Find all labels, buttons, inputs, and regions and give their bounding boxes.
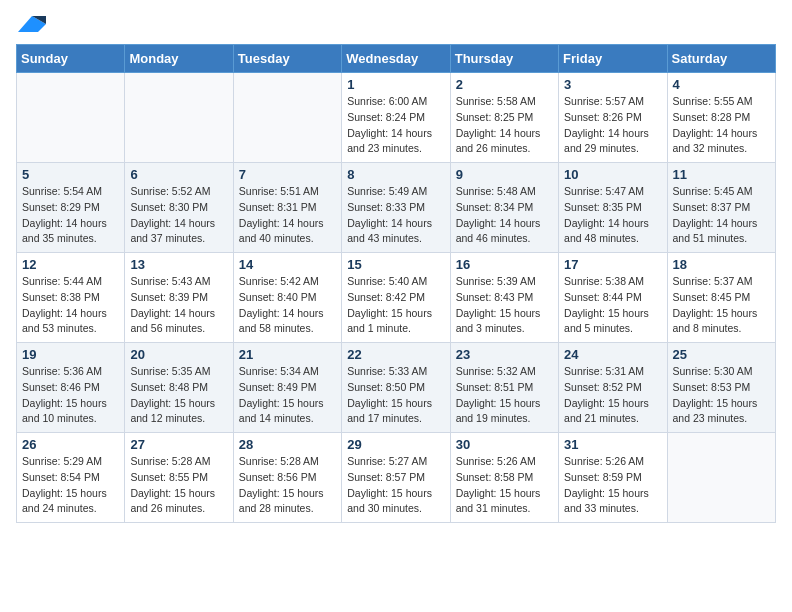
calendar-cell: 31Sunrise: 5:26 AMSunset: 8:59 PMDayligh… xyxy=(559,433,667,523)
day-number: 18 xyxy=(673,257,770,272)
day-info: Sunrise: 5:49 AMSunset: 8:33 PMDaylight:… xyxy=(347,184,444,247)
day-of-week-header: Sunday xyxy=(17,45,125,73)
day-number: 12 xyxy=(22,257,119,272)
day-info: Sunrise: 5:35 AMSunset: 8:48 PMDaylight:… xyxy=(130,364,227,427)
day-info: Sunrise: 5:48 AMSunset: 8:34 PMDaylight:… xyxy=(456,184,553,247)
day-number: 13 xyxy=(130,257,227,272)
day-number: 9 xyxy=(456,167,553,182)
calendar-week-row: 12Sunrise: 5:44 AMSunset: 8:38 PMDayligh… xyxy=(17,253,776,343)
day-number: 27 xyxy=(130,437,227,452)
day-info: Sunrise: 5:42 AMSunset: 8:40 PMDaylight:… xyxy=(239,274,336,337)
day-of-week-header: Thursday xyxy=(450,45,558,73)
day-number: 17 xyxy=(564,257,661,272)
day-info: Sunrise: 5:32 AMSunset: 8:51 PMDaylight:… xyxy=(456,364,553,427)
calendar-cell xyxy=(233,73,341,163)
calendar-header-row: SundayMondayTuesdayWednesdayThursdayFrid… xyxy=(17,45,776,73)
day-info: Sunrise: 5:34 AMSunset: 8:49 PMDaylight:… xyxy=(239,364,336,427)
calendar-cell xyxy=(17,73,125,163)
day-number: 1 xyxy=(347,77,444,92)
day-of-week-header: Wednesday xyxy=(342,45,450,73)
day-info: Sunrise: 5:33 AMSunset: 8:50 PMDaylight:… xyxy=(347,364,444,427)
calendar-cell: 10Sunrise: 5:47 AMSunset: 8:35 PMDayligh… xyxy=(559,163,667,253)
day-info: Sunrise: 5:29 AMSunset: 8:54 PMDaylight:… xyxy=(22,454,119,517)
day-info: Sunrise: 5:51 AMSunset: 8:31 PMDaylight:… xyxy=(239,184,336,247)
day-of-week-header: Friday xyxy=(559,45,667,73)
calendar-cell: 24Sunrise: 5:31 AMSunset: 8:52 PMDayligh… xyxy=(559,343,667,433)
calendar-cell: 29Sunrise: 5:27 AMSunset: 8:57 PMDayligh… xyxy=(342,433,450,523)
day-of-week-header: Monday xyxy=(125,45,233,73)
day-info: Sunrise: 5:45 AMSunset: 8:37 PMDaylight:… xyxy=(673,184,770,247)
day-info: Sunrise: 5:39 AMSunset: 8:43 PMDaylight:… xyxy=(456,274,553,337)
day-info: Sunrise: 5:31 AMSunset: 8:52 PMDaylight:… xyxy=(564,364,661,427)
calendar-week-row: 26Sunrise: 5:29 AMSunset: 8:54 PMDayligh… xyxy=(17,433,776,523)
calendar-cell: 19Sunrise: 5:36 AMSunset: 8:46 PMDayligh… xyxy=(17,343,125,433)
day-number: 11 xyxy=(673,167,770,182)
calendar-week-row: 19Sunrise: 5:36 AMSunset: 8:46 PMDayligh… xyxy=(17,343,776,433)
day-info: Sunrise: 5:26 AMSunset: 8:59 PMDaylight:… xyxy=(564,454,661,517)
day-number: 25 xyxy=(673,347,770,362)
day-number: 28 xyxy=(239,437,336,452)
calendar-cell: 20Sunrise: 5:35 AMSunset: 8:48 PMDayligh… xyxy=(125,343,233,433)
header xyxy=(16,16,776,32)
calendar-cell: 21Sunrise: 5:34 AMSunset: 8:49 PMDayligh… xyxy=(233,343,341,433)
day-info: Sunrise: 5:40 AMSunset: 8:42 PMDaylight:… xyxy=(347,274,444,337)
day-number: 10 xyxy=(564,167,661,182)
calendar-cell: 12Sunrise: 5:44 AMSunset: 8:38 PMDayligh… xyxy=(17,253,125,343)
calendar-week-row: 5Sunrise: 5:54 AMSunset: 8:29 PMDaylight… xyxy=(17,163,776,253)
day-number: 26 xyxy=(22,437,119,452)
calendar-cell xyxy=(667,433,775,523)
day-info: Sunrise: 5:44 AMSunset: 8:38 PMDaylight:… xyxy=(22,274,119,337)
calendar-cell: 13Sunrise: 5:43 AMSunset: 8:39 PMDayligh… xyxy=(125,253,233,343)
day-number: 31 xyxy=(564,437,661,452)
day-number: 8 xyxy=(347,167,444,182)
calendar-cell: 5Sunrise: 5:54 AMSunset: 8:29 PMDaylight… xyxy=(17,163,125,253)
day-info: Sunrise: 5:26 AMSunset: 8:58 PMDaylight:… xyxy=(456,454,553,517)
day-number: 20 xyxy=(130,347,227,362)
day-info: Sunrise: 5:47 AMSunset: 8:35 PMDaylight:… xyxy=(564,184,661,247)
day-number: 3 xyxy=(564,77,661,92)
day-info: Sunrise: 5:28 AMSunset: 8:55 PMDaylight:… xyxy=(130,454,227,517)
day-info: Sunrise: 5:52 AMSunset: 8:30 PMDaylight:… xyxy=(130,184,227,247)
calendar-table: SundayMondayTuesdayWednesdayThursdayFrid… xyxy=(16,44,776,523)
day-info: Sunrise: 5:38 AMSunset: 8:44 PMDaylight:… xyxy=(564,274,661,337)
day-number: 5 xyxy=(22,167,119,182)
day-number: 6 xyxy=(130,167,227,182)
calendar-cell: 26Sunrise: 5:29 AMSunset: 8:54 PMDayligh… xyxy=(17,433,125,523)
calendar-cell: 25Sunrise: 5:30 AMSunset: 8:53 PMDayligh… xyxy=(667,343,775,433)
day-number: 23 xyxy=(456,347,553,362)
day-info: Sunrise: 5:30 AMSunset: 8:53 PMDaylight:… xyxy=(673,364,770,427)
calendar-cell: 18Sunrise: 5:37 AMSunset: 8:45 PMDayligh… xyxy=(667,253,775,343)
day-info: Sunrise: 5:37 AMSunset: 8:45 PMDaylight:… xyxy=(673,274,770,337)
day-number: 15 xyxy=(347,257,444,272)
day-number: 4 xyxy=(673,77,770,92)
calendar-cell: 27Sunrise: 5:28 AMSunset: 8:55 PMDayligh… xyxy=(125,433,233,523)
day-number: 29 xyxy=(347,437,444,452)
day-of-week-header: Saturday xyxy=(667,45,775,73)
day-number: 22 xyxy=(347,347,444,362)
day-number: 30 xyxy=(456,437,553,452)
day-number: 24 xyxy=(564,347,661,362)
calendar-cell: 17Sunrise: 5:38 AMSunset: 8:44 PMDayligh… xyxy=(559,253,667,343)
day-info: Sunrise: 5:55 AMSunset: 8:28 PMDaylight:… xyxy=(673,94,770,157)
day-number: 2 xyxy=(456,77,553,92)
calendar-cell xyxy=(125,73,233,163)
calendar-cell: 22Sunrise: 5:33 AMSunset: 8:50 PMDayligh… xyxy=(342,343,450,433)
day-number: 14 xyxy=(239,257,336,272)
calendar-cell: 6Sunrise: 5:52 AMSunset: 8:30 PMDaylight… xyxy=(125,163,233,253)
day-number: 19 xyxy=(22,347,119,362)
day-number: 21 xyxy=(239,347,336,362)
calendar-cell: 28Sunrise: 5:28 AMSunset: 8:56 PMDayligh… xyxy=(233,433,341,523)
day-info: Sunrise: 5:28 AMSunset: 8:56 PMDaylight:… xyxy=(239,454,336,517)
calendar-cell: 7Sunrise: 5:51 AMSunset: 8:31 PMDaylight… xyxy=(233,163,341,253)
day-number: 16 xyxy=(456,257,553,272)
calendar-cell: 30Sunrise: 5:26 AMSunset: 8:58 PMDayligh… xyxy=(450,433,558,523)
day-info: Sunrise: 5:54 AMSunset: 8:29 PMDaylight:… xyxy=(22,184,119,247)
calendar-cell: 11Sunrise: 5:45 AMSunset: 8:37 PMDayligh… xyxy=(667,163,775,253)
calendar-cell: 14Sunrise: 5:42 AMSunset: 8:40 PMDayligh… xyxy=(233,253,341,343)
logo-icon xyxy=(18,14,46,34)
day-info: Sunrise: 5:58 AMSunset: 8:25 PMDaylight:… xyxy=(456,94,553,157)
calendar-cell: 15Sunrise: 5:40 AMSunset: 8:42 PMDayligh… xyxy=(342,253,450,343)
day-info: Sunrise: 5:57 AMSunset: 8:26 PMDaylight:… xyxy=(564,94,661,157)
calendar-cell: 23Sunrise: 5:32 AMSunset: 8:51 PMDayligh… xyxy=(450,343,558,433)
logo xyxy=(16,16,46,32)
